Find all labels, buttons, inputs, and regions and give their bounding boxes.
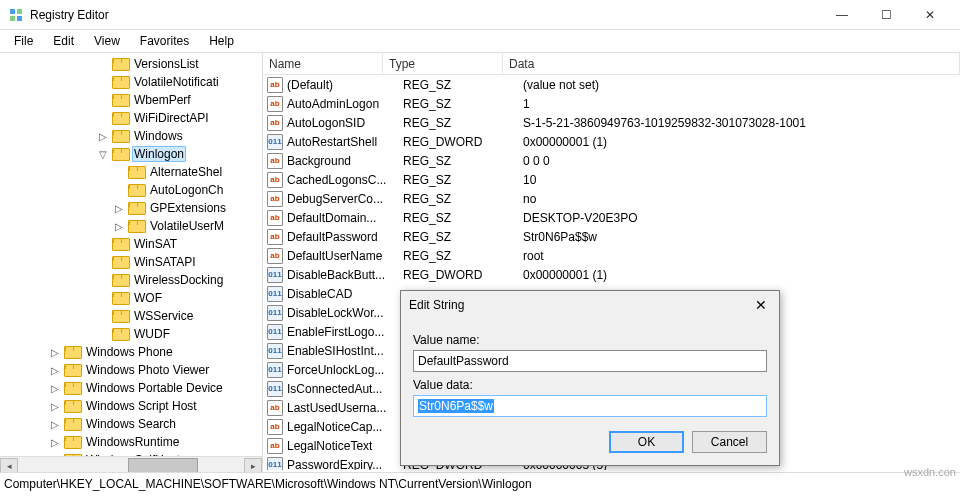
value-row[interactable]: abDefaultDomain...REG_SZDESKTOP-V20E3PO <box>263 208 960 227</box>
expand-icon[interactable]: ▷ <box>48 399 62 413</box>
maximize-button[interactable]: ☐ <box>864 1 908 29</box>
tree-item[interactable]: WSService <box>0 307 262 325</box>
ok-button[interactable]: OK <box>609 431 684 453</box>
expand-icon[interactable]: ▷ <box>48 417 62 431</box>
col-name[interactable]: Name <box>263 53 383 74</box>
value-row[interactable]: abDefaultUserNameREG_SZroot <box>263 246 960 265</box>
minimize-button[interactable]: — <box>820 1 864 29</box>
tree-item[interactable]: ▷Windows Phone <box>0 343 262 361</box>
value-row[interactable]: abBackgroundREG_SZ0 0 0 <box>263 151 960 170</box>
key-tree[interactable]: VersionsListVolatileNotificatiWbemPerfWi… <box>0 53 263 472</box>
tree-item[interactable]: VolatileNotificati <box>0 73 262 91</box>
value-name: CachedLogonsC... <box>287 173 403 187</box>
expand-icon[interactable] <box>96 309 110 323</box>
expand-icon[interactable]: ▽ <box>96 147 110 161</box>
dialog-close-button[interactable]: ✕ <box>751 297 771 313</box>
folder-icon <box>112 129 128 143</box>
expand-icon[interactable]: ▷ <box>96 129 110 143</box>
value-data-label: Value data: <box>413 378 767 392</box>
expand-icon[interactable]: ▷ <box>48 363 62 377</box>
expand-icon[interactable]: ▷ <box>112 219 126 233</box>
tree-item[interactable]: ▷Windows Search <box>0 415 262 433</box>
expand-icon[interactable] <box>96 111 110 125</box>
expand-icon[interactable]: ▷ <box>112 201 126 215</box>
dialog-titlebar[interactable]: Edit String ✕ <box>401 291 779 319</box>
expand-icon[interactable]: ▷ <box>48 381 62 395</box>
tree-item[interactable]: WirelessDocking <box>0 271 262 289</box>
value-name: DefaultUserName <box>287 249 403 263</box>
value-name: LegalNoticeText <box>287 439 403 453</box>
folder-icon <box>112 75 128 89</box>
folder-icon <box>64 399 80 413</box>
value-row[interactable]: abDefaultPasswordREG_SZStr0N6Pa$$w <box>263 227 960 246</box>
menu-view[interactable]: View <box>84 32 130 50</box>
col-data[interactable]: Data <box>503 53 960 74</box>
dword-value-icon: 011 <box>267 267 283 283</box>
value-name: ForceUnlockLog... <box>287 363 403 377</box>
menu-file[interactable]: File <box>4 32 43 50</box>
value-name: DisableBackButt... <box>287 268 403 282</box>
value-data-input[interactable]: Str0N6Pa$$w <box>413 395 767 417</box>
expand-icon[interactable] <box>96 93 110 107</box>
value-row[interactable]: abCachedLogonsC...REG_SZ10 <box>263 170 960 189</box>
expand-icon[interactable]: ▷ <box>48 345 62 359</box>
expand-icon[interactable] <box>96 75 110 89</box>
list-header[interactable]: Name Type Data <box>263 53 960 75</box>
tree-item[interactable]: ▽Winlogon <box>0 145 262 163</box>
value-row[interactable]: 011DisableBackButt...REG_DWORD0x00000001… <box>263 265 960 284</box>
tree-item[interactable]: ▷Windows <box>0 127 262 145</box>
value-type: REG_DWORD <box>403 268 523 282</box>
string-value-icon: ab <box>267 400 283 416</box>
tree-item[interactable]: WbemPerf <box>0 91 262 109</box>
value-type: REG_SZ <box>403 154 523 168</box>
value-data: S-1-5-21-3860949763-1019259832-301073028… <box>523 116 960 130</box>
scroll-left-button[interactable]: ◂ <box>0 458 18 473</box>
value-row[interactable]: abAutoAdminLogonREG_SZ1 <box>263 94 960 113</box>
tree-item[interactable]: ▷Windows Script Host <box>0 397 262 415</box>
expand-icon[interactable] <box>96 237 110 251</box>
col-type[interactable]: Type <box>383 53 503 74</box>
tree-item[interactable]: AlternateShel <box>0 163 262 181</box>
value-row[interactable]: 011AutoRestartShellREG_DWORD0x00000001 (… <box>263 132 960 151</box>
tree-item[interactable]: WiFiDirectAPI <box>0 109 262 127</box>
tree-label: WUDF <box>132 327 172 341</box>
tree-item[interactable]: ▷WindowsRuntime <box>0 433 262 451</box>
window-title: Registry Editor <box>30 8 820 22</box>
expand-icon[interactable] <box>96 273 110 287</box>
scroll-right-button[interactable]: ▸ <box>244 458 262 473</box>
expand-icon[interactable] <box>96 327 110 341</box>
value-data: (value not set) <box>523 78 960 92</box>
value-row[interactable]: ab(Default)REG_SZ(value not set) <box>263 75 960 94</box>
close-button[interactable]: ✕ <box>908 1 952 29</box>
tree-item[interactable]: ▷Windows Portable Device <box>0 379 262 397</box>
expand-icon[interactable] <box>112 165 126 179</box>
tree-hscrollbar[interactable]: ◂▸ <box>0 456 262 472</box>
expand-icon[interactable] <box>112 183 126 197</box>
tree-item[interactable]: WUDF <box>0 325 262 343</box>
menu-favorites[interactable]: Favorites <box>130 32 199 50</box>
tree-item[interactable]: AutoLogonCh <box>0 181 262 199</box>
tree-item[interactable]: WinSAT <box>0 235 262 253</box>
expand-icon[interactable] <box>96 291 110 305</box>
tree-label: Windows Portable Device <box>84 381 225 395</box>
cancel-button[interactable]: Cancel <box>692 431 767 453</box>
expand-icon[interactable] <box>96 57 110 71</box>
menu-help[interactable]: Help <box>199 32 244 50</box>
scroll-thumb[interactable] <box>128 458 198 473</box>
tree-item[interactable]: ▷GPExtensions <box>0 199 262 217</box>
tree-item[interactable]: ▷Windows Photo Viewer <box>0 361 262 379</box>
expand-icon[interactable]: ▷ <box>48 435 62 449</box>
string-value-icon: ab <box>267 191 283 207</box>
tree-item[interactable]: WinSATAPI <box>0 253 262 271</box>
value-name-input[interactable] <box>413 350 767 372</box>
tree-item[interactable]: WOF <box>0 289 262 307</box>
string-value-icon: ab <box>267 419 283 435</box>
menu-edit[interactable]: Edit <box>43 32 84 50</box>
tree-item[interactable]: VersionsList <box>0 55 262 73</box>
value-row[interactable]: abAutoLogonSIDREG_SZS-1-5-21-3860949763-… <box>263 113 960 132</box>
folder-icon <box>128 165 144 179</box>
regedit-icon <box>8 7 24 23</box>
value-row[interactable]: abDebugServerCo...REG_SZno <box>263 189 960 208</box>
expand-icon[interactable] <box>96 255 110 269</box>
tree-item[interactable]: ▷VolatileUserM <box>0 217 262 235</box>
